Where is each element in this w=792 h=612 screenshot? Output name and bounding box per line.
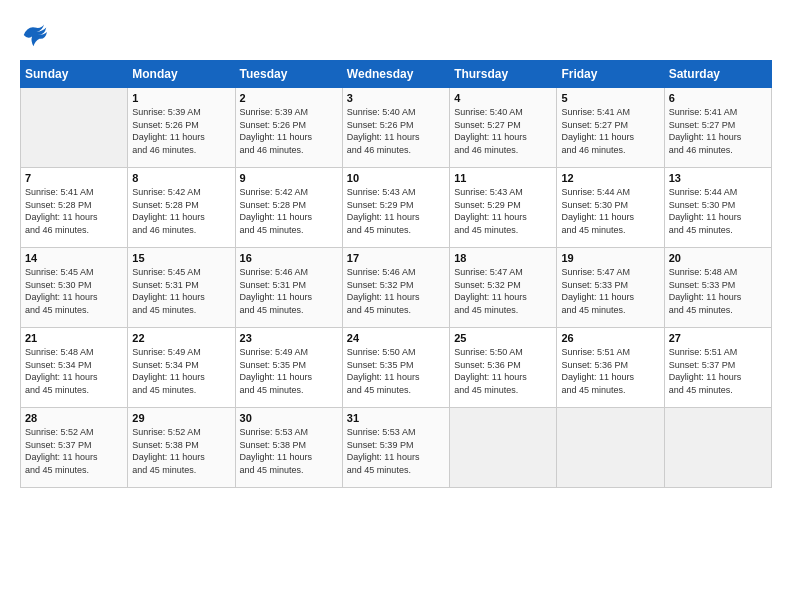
calendar-cell: 9Sunrise: 5:42 AM Sunset: 5:28 PM Daylig… (235, 168, 342, 248)
day-info: Sunrise: 5:43 AM Sunset: 5:29 PM Dayligh… (454, 186, 552, 236)
day-info: Sunrise: 5:47 AM Sunset: 5:33 PM Dayligh… (561, 266, 659, 316)
day-info: Sunrise: 5:52 AM Sunset: 5:38 PM Dayligh… (132, 426, 230, 476)
calendar-cell: 25Sunrise: 5:50 AM Sunset: 5:36 PM Dayli… (450, 328, 557, 408)
day-number: 13 (669, 172, 767, 184)
calendar-cell: 12Sunrise: 5:44 AM Sunset: 5:30 PM Dayli… (557, 168, 664, 248)
calendar-body: 1Sunrise: 5:39 AM Sunset: 5:26 PM Daylig… (21, 88, 772, 488)
calendar-cell: 31Sunrise: 5:53 AM Sunset: 5:39 PM Dayli… (342, 408, 449, 488)
calendar-week-row: 1Sunrise: 5:39 AM Sunset: 5:26 PM Daylig… (21, 88, 772, 168)
day-info: Sunrise: 5:47 AM Sunset: 5:32 PM Dayligh… (454, 266, 552, 316)
calendar-cell: 14Sunrise: 5:45 AM Sunset: 5:30 PM Dayli… (21, 248, 128, 328)
calendar-cell: 1Sunrise: 5:39 AM Sunset: 5:26 PM Daylig… (128, 88, 235, 168)
calendar-cell (557, 408, 664, 488)
calendar-cell: 13Sunrise: 5:44 AM Sunset: 5:30 PM Dayli… (664, 168, 771, 248)
day-info: Sunrise: 5:51 AM Sunset: 5:36 PM Dayligh… (561, 346, 659, 396)
day-number: 2 (240, 92, 338, 104)
calendar-cell: 4Sunrise: 5:40 AM Sunset: 5:27 PM Daylig… (450, 88, 557, 168)
day-number: 12 (561, 172, 659, 184)
calendar-cell: 26Sunrise: 5:51 AM Sunset: 5:36 PM Dayli… (557, 328, 664, 408)
calendar-cell: 23Sunrise: 5:49 AM Sunset: 5:35 PM Dayli… (235, 328, 342, 408)
calendar-cell: 11Sunrise: 5:43 AM Sunset: 5:29 PM Dayli… (450, 168, 557, 248)
day-number: 10 (347, 172, 445, 184)
day-info: Sunrise: 5:48 AM Sunset: 5:33 PM Dayligh… (669, 266, 767, 316)
day-info: Sunrise: 5:39 AM Sunset: 5:26 PM Dayligh… (132, 106, 230, 156)
calendar-header-monday: Monday (128, 61, 235, 88)
day-number: 21 (25, 332, 123, 344)
calendar-cell: 20Sunrise: 5:48 AM Sunset: 5:33 PM Dayli… (664, 248, 771, 328)
day-info: Sunrise: 5:39 AM Sunset: 5:26 PM Dayligh… (240, 106, 338, 156)
calendar-cell: 24Sunrise: 5:50 AM Sunset: 5:35 PM Dayli… (342, 328, 449, 408)
day-info: Sunrise: 5:45 AM Sunset: 5:31 PM Dayligh… (132, 266, 230, 316)
day-number: 17 (347, 252, 445, 264)
day-info: Sunrise: 5:42 AM Sunset: 5:28 PM Dayligh… (240, 186, 338, 236)
calendar-cell: 6Sunrise: 5:41 AM Sunset: 5:27 PM Daylig… (664, 88, 771, 168)
day-number: 7 (25, 172, 123, 184)
day-number: 22 (132, 332, 230, 344)
day-number: 16 (240, 252, 338, 264)
calendar-table: SundayMondayTuesdayWednesdayThursdayFrid… (20, 60, 772, 488)
day-number: 26 (561, 332, 659, 344)
calendar-header-tuesday: Tuesday (235, 61, 342, 88)
day-info: Sunrise: 5:50 AM Sunset: 5:35 PM Dayligh… (347, 346, 445, 396)
day-info: Sunrise: 5:41 AM Sunset: 5:28 PM Dayligh… (25, 186, 123, 236)
calendar-cell: 10Sunrise: 5:43 AM Sunset: 5:29 PM Dayli… (342, 168, 449, 248)
day-info: Sunrise: 5:50 AM Sunset: 5:36 PM Dayligh… (454, 346, 552, 396)
page-header (20, 20, 772, 50)
calendar-cell: 8Sunrise: 5:42 AM Sunset: 5:28 PM Daylig… (128, 168, 235, 248)
calendar-header-friday: Friday (557, 61, 664, 88)
day-number: 24 (347, 332, 445, 344)
day-number: 9 (240, 172, 338, 184)
day-info: Sunrise: 5:46 AM Sunset: 5:31 PM Dayligh… (240, 266, 338, 316)
day-info: Sunrise: 5:40 AM Sunset: 5:27 PM Dayligh… (454, 106, 552, 156)
calendar-header-saturday: Saturday (664, 61, 771, 88)
day-info: Sunrise: 5:40 AM Sunset: 5:26 PM Dayligh… (347, 106, 445, 156)
day-number: 14 (25, 252, 123, 264)
day-number: 31 (347, 412, 445, 424)
day-info: Sunrise: 5:49 AM Sunset: 5:35 PM Dayligh… (240, 346, 338, 396)
day-info: Sunrise: 5:45 AM Sunset: 5:30 PM Dayligh… (25, 266, 123, 316)
calendar-header-thursday: Thursday (450, 61, 557, 88)
calendar-cell: 7Sunrise: 5:41 AM Sunset: 5:28 PM Daylig… (21, 168, 128, 248)
calendar-cell: 3Sunrise: 5:40 AM Sunset: 5:26 PM Daylig… (342, 88, 449, 168)
calendar-header-row: SundayMondayTuesdayWednesdayThursdayFrid… (21, 61, 772, 88)
calendar-header-wednesday: Wednesday (342, 61, 449, 88)
day-number: 1 (132, 92, 230, 104)
calendar-cell: 19Sunrise: 5:47 AM Sunset: 5:33 PM Dayli… (557, 248, 664, 328)
calendar-week-row: 28Sunrise: 5:52 AM Sunset: 5:37 PM Dayli… (21, 408, 772, 488)
calendar-cell: 5Sunrise: 5:41 AM Sunset: 5:27 PM Daylig… (557, 88, 664, 168)
day-info: Sunrise: 5:53 AM Sunset: 5:38 PM Dayligh… (240, 426, 338, 476)
day-number: 25 (454, 332, 552, 344)
day-number: 5 (561, 92, 659, 104)
day-number: 28 (25, 412, 123, 424)
day-number: 19 (561, 252, 659, 264)
calendar-cell: 27Sunrise: 5:51 AM Sunset: 5:37 PM Dayli… (664, 328, 771, 408)
calendar-week-row: 21Sunrise: 5:48 AM Sunset: 5:34 PM Dayli… (21, 328, 772, 408)
day-info: Sunrise: 5:48 AM Sunset: 5:34 PM Dayligh… (25, 346, 123, 396)
calendar-cell: 29Sunrise: 5:52 AM Sunset: 5:38 PM Dayli… (128, 408, 235, 488)
day-number: 4 (454, 92, 552, 104)
day-info: Sunrise: 5:44 AM Sunset: 5:30 PM Dayligh… (669, 186, 767, 236)
day-info: Sunrise: 5:43 AM Sunset: 5:29 PM Dayligh… (347, 186, 445, 236)
day-number: 8 (132, 172, 230, 184)
calendar-cell: 28Sunrise: 5:52 AM Sunset: 5:37 PM Dayli… (21, 408, 128, 488)
day-info: Sunrise: 5:46 AM Sunset: 5:32 PM Dayligh… (347, 266, 445, 316)
calendar-cell: 18Sunrise: 5:47 AM Sunset: 5:32 PM Dayli… (450, 248, 557, 328)
calendar-week-row: 7Sunrise: 5:41 AM Sunset: 5:28 PM Daylig… (21, 168, 772, 248)
day-number: 18 (454, 252, 552, 264)
day-number: 6 (669, 92, 767, 104)
calendar-cell: 22Sunrise: 5:49 AM Sunset: 5:34 PM Dayli… (128, 328, 235, 408)
day-number: 11 (454, 172, 552, 184)
day-info: Sunrise: 5:44 AM Sunset: 5:30 PM Dayligh… (561, 186, 659, 236)
calendar-cell: 30Sunrise: 5:53 AM Sunset: 5:38 PM Dayli… (235, 408, 342, 488)
calendar-cell: 16Sunrise: 5:46 AM Sunset: 5:31 PM Dayli… (235, 248, 342, 328)
logo (20, 20, 56, 50)
day-info: Sunrise: 5:52 AM Sunset: 5:37 PM Dayligh… (25, 426, 123, 476)
calendar-cell (21, 88, 128, 168)
calendar-cell (664, 408, 771, 488)
day-number: 30 (240, 412, 338, 424)
day-number: 27 (669, 332, 767, 344)
day-info: Sunrise: 5:53 AM Sunset: 5:39 PM Dayligh… (347, 426, 445, 476)
calendar-cell: 17Sunrise: 5:46 AM Sunset: 5:32 PM Dayli… (342, 248, 449, 328)
day-number: 3 (347, 92, 445, 104)
calendar-header-sunday: Sunday (21, 61, 128, 88)
